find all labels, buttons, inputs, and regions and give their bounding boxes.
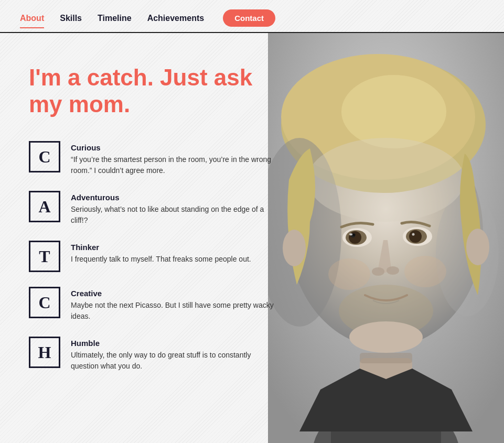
nav-achievements[interactable]: Achievements: [147, 14, 205, 23]
svg-point-21: [372, 267, 384, 276]
page-headline: I'm a catch. Just ask my mom.: [29, 64, 274, 117]
trait-text-thinker: Thinker I frequently talk to myself. Tha…: [71, 241, 251, 265]
trait-title-humble: Humble: [71, 339, 274, 348]
svg-point-15: [353, 234, 356, 236]
trait-desc-creative: Maybe not the next Picasso. But I still …: [71, 300, 274, 322]
svg-point-19: [409, 230, 422, 243]
trait-icon-c1: C: [29, 141, 60, 172]
svg-point-29: [349, 321, 423, 353]
trait-desc-curious: “If you’re the smartest person in the ro…: [71, 154, 274, 176]
photo-background: [268, 33, 504, 443]
trait-text-adventurous: Adventurous Seriously, what’s not to lik…: [71, 191, 274, 226]
svg-rect-28: [360, 353, 412, 363]
nav-about[interactable]: About: [20, 14, 44, 28]
svg-point-10: [307, 138, 465, 222]
svg-point-7: [341, 75, 446, 148]
trait-title-creative: Creative: [71, 289, 274, 298]
trait-text-curious: Curious “If you’re the smartest person i…: [71, 141, 274, 176]
svg-point-24: [328, 258, 370, 290]
svg-point-22: [387, 266, 399, 275]
svg-point-27: [466, 229, 489, 265]
list-item: A Adventurous Seriously, what’s not to l…: [29, 191, 274, 226]
trait-title-curious: Curious: [71, 143, 274, 152]
face-illustration: [268, 33, 504, 443]
svg-point-16: [349, 233, 352, 235]
list-item: C Creative Maybe not the next Picasso. B…: [29, 287, 274, 322]
trait-list: C Curious “If you’re the smartest person…: [29, 141, 274, 372]
trait-desc-adventurous: Seriously, what’s not to like about stan…: [71, 204, 274, 226]
trait-icon-h: H: [29, 337, 60, 368]
trait-title-thinker: Thinker: [71, 243, 251, 252]
trait-icon-t: T: [29, 241, 60, 272]
trait-icon-c2: C: [29, 287, 60, 318]
trait-desc-thinker: I frequently talk to myself. That freaks…: [71, 254, 251, 265]
left-panel: I'm a catch. Just ask my mom. C Curious …: [0, 33, 294, 443]
trait-title-adventurous: Adventurous: [71, 193, 274, 202]
svg-point-25: [404, 256, 446, 287]
list-item: T Thinker I frequently talk to myself. T…: [29, 241, 274, 272]
svg-point-20: [412, 233, 415, 236]
trait-icon-a: A: [29, 191, 60, 222]
nav-skills[interactable]: Skills: [60, 14, 82, 23]
nav-timeline[interactable]: Timeline: [98, 14, 132, 23]
list-item: C Curious “If you’re the smartest person…: [29, 141, 274, 176]
nav-contact[interactable]: Contact: [223, 9, 275, 27]
trait-text-humble: Humble Ultimately, the only way to do gr…: [71, 337, 274, 372]
profile-photo: [268, 33, 504, 443]
trait-desc-humble: Ultimately, the only way to do great stu…: [71, 350, 274, 372]
list-item: H Humble Ultimately, the only way to do …: [29, 337, 274, 372]
trait-text-creative: Creative Maybe not the next Picasso. But…: [71, 287, 274, 322]
navigation: About Skills Timeline Achievements Conta…: [0, 0, 504, 33]
svg-point-13: [349, 231, 361, 244]
main-content: I'm a catch. Just ask my mom. C Curious …: [0, 33, 504, 443]
